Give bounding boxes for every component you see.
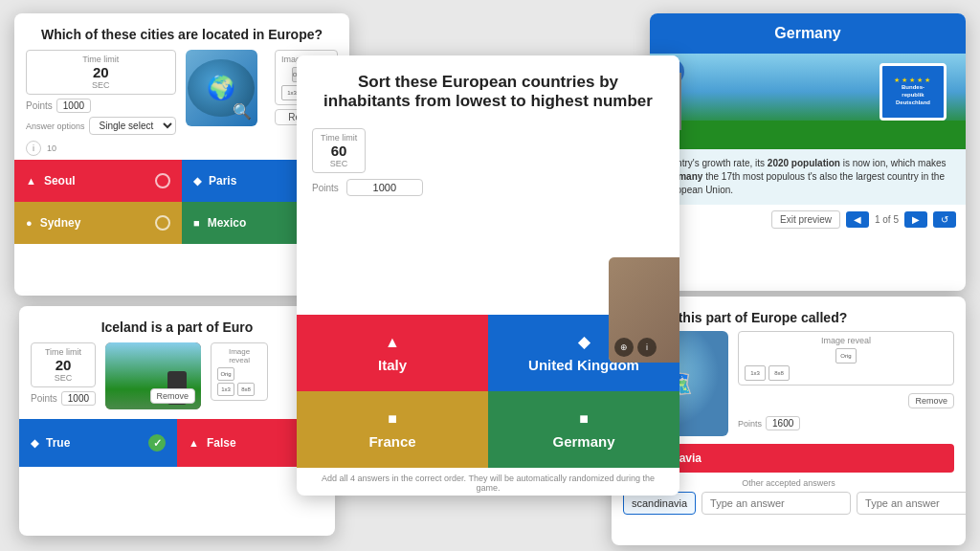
answer-italy[interactable]: ▲ Italy — [297, 315, 488, 391]
eu-stars: ★★★★★ — [894, 77, 932, 84]
triangle-icon: ▲ — [385, 334, 400, 351]
topright-nav: Exit preview ◀ 1 of 5 ▶ ↺ — [650, 205, 966, 234]
points-label: Points — [31, 393, 57, 404]
answer-count: 10 — [47, 143, 56, 153]
text-content: country's growth rate, its 2020 populati… — [661, 158, 947, 195]
triangle-icon: ▲ — [26, 175, 36, 187]
center-meta-row: Time limit 60 SEC — [297, 121, 679, 177]
topleft-image: 🌍 🔍 — [186, 50, 257, 126]
card-topright: Germany i ★★★★★ Bundes-republikDeutschla… — [650, 13, 966, 291]
answer-label: Germany — [552, 433, 614, 450]
info-icon: i — [26, 141, 41, 156]
br-right-panel: Image reveal Orig 1x3 8x8 Remove Points … — [738, 331, 954, 436]
br-input-row: scandinavia — [612, 492, 966, 522]
diamond-icon: ◆ — [578, 333, 590, 351]
info-icon[interactable]: i — [637, 338, 657, 357]
square-icon: ■ — [193, 217, 200, 229]
br-reveal-orig[interactable]: Orig — [835, 348, 857, 364]
bottomleft-meta: Time limit 20 SEC Points 1000 Remove Ima… — [19, 342, 335, 413]
diamond-icon: ◆ — [31, 437, 38, 450]
bl-timelimit: Time limit 20 SEC — [31, 342, 96, 387]
card-center: Sort these European countries by inhabit… — [297, 55, 679, 496]
bl-remove-button[interactable]: Remove — [150, 388, 196, 404]
sign-text: Bundes-republikDeutschland — [896, 84, 930, 106]
refresh-button[interactable]: ↺ — [933, 211, 956, 228]
answer-label: France — [368, 433, 415, 450]
br-reveal-grid1[interactable]: 1x3 — [745, 365, 766, 381]
answer-label: False — [207, 436, 236, 450]
points-label: Points — [312, 183, 339, 193]
answer-label: Seoul — [44, 174, 76, 187]
square-icon: ■ — [579, 410, 589, 428]
topleft-timelimit-box: Time limit 20 SEC — [26, 50, 176, 95]
answer-options-label: Answer options — [26, 121, 85, 131]
answer-options-select[interactable]: Single select — [89, 117, 176, 135]
exit-preview-button[interactable]: Exit preview — [771, 210, 840, 229]
topleft-title: Which of these cities are located in Eur… — [14, 13, 349, 50]
center-timelimit: Time limit 60 SEC — [312, 128, 366, 173]
answer-label: Mexico — [208, 216, 247, 230]
answer-label: Paris — [209, 174, 236, 187]
check-icon: ✓ — [148, 434, 166, 452]
prev-button[interactable]: ◀ — [846, 211, 869, 228]
answer-france[interactable]: ■ France — [297, 391, 488, 468]
bottomleft-answers: ◆ True ✓ ▲ False — [19, 419, 335, 467]
br-reveal-grid2[interactable]: 8x8 — [768, 365, 790, 381]
bl-reveal-grid2[interactable]: 8x8 — [237, 383, 255, 396]
bl-image-reveal-box: Image reveal Orig 1x3 8x8 — [211, 342, 268, 401]
bottomleft-title: Iceland is a part of Euro — [19, 306, 335, 342]
answer-label: Italy — [378, 357, 407, 373]
center-footer-note: Add all 4 answers in the correct order. … — [297, 468, 679, 496]
points-input[interactable]: 1000 — [346, 179, 423, 196]
triangle-icon: ▲ — [189, 437, 199, 449]
answer-seoul[interactable]: ▲ Seoul — [14, 160, 182, 202]
center-points-row: Points 1000 — [297, 177, 679, 202]
br-remove-area: Remove — [738, 393, 954, 408]
br-reveal-label: Image reveal — [745, 336, 947, 345]
circle-icon — [155, 215, 170, 231]
bl-reveal-orig[interactable]: Orig — [217, 367, 234, 381]
diamond-icon: ◆ — [193, 175, 201, 187]
br-input-2[interactable] — [702, 492, 851, 515]
topright-image: i ★★★★★ Bundes-republikDeutschland — [650, 54, 966, 149]
bl-image: Remove — [105, 342, 201, 409]
br-points-label: Points — [738, 419, 762, 429]
points-label: Points — [26, 100, 53, 111]
answer-germany[interactable]: ■ Germany — [488, 391, 679, 468]
square-icon: ■ — [388, 410, 397, 428]
answer-label: Sydney — [40, 216, 81, 230]
br-points-row: Points 1600 — [738, 416, 954, 430]
germany-scene: i ★★★★★ Bundes-republikDeutschland — [650, 54, 966, 149]
circle-icon: ● — [26, 217, 33, 229]
center-image-icons: ⊕ i — [614, 338, 657, 357]
topright-text: country's growth rate, its 2020 populati… — [650, 149, 966, 205]
br-remove-button[interactable]: Remove — [908, 393, 954, 408]
next-button[interactable]: ▶ — [904, 211, 927, 228]
topright-title: Germany — [650, 13, 966, 54]
answer-sydney[interactable]: ● Sydney — [14, 202, 182, 244]
center-image: Remove ⊕ i — [609, 257, 679, 363]
germany-sign: ★★★★★ Bundes-republikDeutschland — [880, 63, 947, 121]
center-title: Sort these European countries by inhabit… — [297, 55, 679, 121]
br-image-reveal: Image reveal Orig 1x3 8x8 — [738, 331, 954, 386]
answer-true[interactable]: ◆ True ✓ — [19, 419, 177, 467]
points-input[interactable]: 1000 — [56, 99, 91, 113]
br-input-3[interactable] — [857, 492, 966, 515]
circle-icon — [155, 173, 170, 188]
br-points-input[interactable]: 1600 — [766, 416, 800, 430]
card-bottomleft: Iceland is a part of Euro Time limit 20 … — [19, 306, 335, 536]
page-indicator: 1 of 5 — [875, 214, 899, 225]
answer-label: True — [46, 436, 70, 450]
bl-image-reveal: Image reveal Orig 1x3 8x8 — [211, 342, 268, 401]
zoom-icon[interactable]: ⊕ — [614, 338, 634, 357]
bl-points-input[interactable]: 1000 — [61, 391, 96, 406]
bl-reveal-grid1[interactable]: 1x3 — [217, 383, 234, 396]
